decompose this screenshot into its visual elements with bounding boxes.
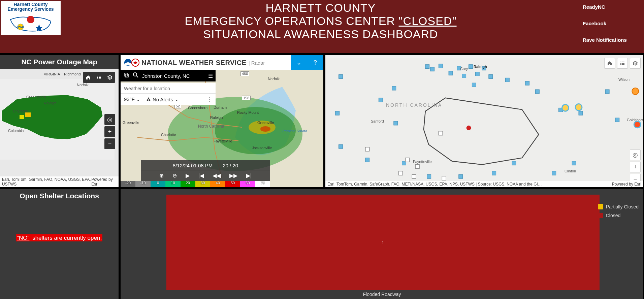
map-label: Norfolk [268,77,280,81]
bar-closed[interactable]: 1 [166,195,600,290]
svg-rect-64 [439,131,443,135]
home-button[interactable] [604,58,615,69]
svg-rect-9 [99,77,101,78]
svg-rect-23 [148,99,149,100]
svg-rect-54 [459,174,463,178]
map-label: Goldsboro [627,118,643,122]
svg-rect-50 [605,90,609,94]
svg-point-70 [575,104,582,111]
radar-color-scale: -20-10010203040506070 [121,181,270,187]
locate-button[interactable]: ◎ [630,150,641,160]
svg-rect-19 [124,73,127,76]
svg-rect-63 [412,174,416,178]
link-readync[interactable]: ReadyNC [583,4,641,10]
svg-rect-32 [394,121,398,125]
map-label: Raleigh [44,101,56,105]
svg-rect-57 [572,161,576,165]
layers-button[interactable] [104,72,115,83]
scale-segment: 20 [181,181,195,187]
svg-rect-29 [335,111,340,115]
road-status-chart: 1 Partially Closed Closed Flooded Roadwa… [121,189,643,299]
map-label: Fayetteville [413,160,432,164]
svg-rect-66 [399,171,403,175]
map-label: Wilson [618,77,630,81]
map-label: Charlotte [161,133,176,137]
map-label: Fayetteville [214,139,232,143]
zoom-in-icon[interactable]: ⊕ [159,172,164,179]
svg-rect-31 [392,86,396,90]
map-label: VIRGINIA [44,72,60,76]
scale-segment: 0 [151,181,165,187]
legend-partially-closed[interactable]: Partially Closed [598,204,639,209]
svg-rect-40 [469,65,473,69]
svg-rect-53 [492,171,496,175]
svg-rect-24 [148,100,149,101]
svg-line-22 [136,76,138,77]
legend-button[interactable] [617,58,628,69]
map-label: Charlotte [13,109,28,113]
svg-rect-30 [339,144,343,148]
search-icon[interactable] [133,72,139,79]
alerts-dropdown[interactable]: No Alerts ⌄ [146,96,179,102]
locate-button[interactable]: ◎ [104,114,115,125]
copy-icon[interactable] [123,72,129,79]
skip-back-icon[interactable]: |◀ [198,172,204,179]
map-label: Sanford [371,119,384,123]
map-label: Raleigh [474,65,487,69]
search-location-text[interactable]: Johnston County, NC [142,73,205,79]
svg-rect-60 [365,147,369,151]
svg-rect-11 [99,78,101,79]
legend-button[interactable] [94,72,104,83]
map-label: Cary [460,67,468,71]
hamburger-icon[interactable]: ☰ [208,73,213,79]
chart-legend: Partially Closed Closed [598,204,639,218]
power-outage-map[interactable]: VIRGINIA Richmond Norfolk Greensboro Ral… [0,69,119,187]
radar-playback-controls: ⊕ ⊖ ▶ |◀ ◀◀ ▶▶ ▶| [141,170,270,181]
legend-closed[interactable]: Closed [598,213,639,218]
zoom-in-button[interactable]: + [630,162,641,172]
svg-rect-37 [449,71,453,75]
nws-header: NATIONAL WEATHER SERVICE | Radar ⌄ ? [121,55,323,70]
rewind-icon[interactable]: ◀◀ [213,172,221,179]
svg-rect-43 [489,74,493,78]
zoom-out-button[interactable]: − [104,138,115,149]
help-button[interactable]: ? [307,55,323,70]
map-attribution: Esri, TomTom, Garmin, SafeGraph, FAO, ME… [325,181,643,187]
svg-rect-8 [97,77,98,78]
svg-rect-46 [525,81,529,85]
home-button[interactable] [83,72,94,83]
shelter-title: Open Shelter Locations [0,189,119,203]
svg-rect-51 [615,118,619,122]
scale-segment: 60 [240,181,255,187]
power-outage-panel: NC Power Outage Map VIRGINIA Richmond No… [0,55,119,187]
more-icon[interactable]: ⋮ [206,96,212,103]
skip-fwd-icon[interactable]: ▶| [246,172,252,179]
svg-rect-36 [439,64,443,68]
temperature-dropdown[interactable]: 93°F ⌄ [124,96,140,102]
dropdown-button[interactable]: ⌄ [291,55,307,70]
map-label: NORTH CAROLINA [386,102,442,108]
forward-icon[interactable]: ▶▶ [229,172,237,179]
map-label: Richmond [64,72,81,76]
scale-segment: 50 [225,181,240,187]
svg-rect-58 [365,158,369,162]
scale-segment: 40 [210,181,225,187]
zoom-in-button[interactable]: + [104,126,115,137]
svg-point-67 [632,88,639,95]
zoom-out-icon[interactable]: ⊖ [172,172,177,179]
route-shield: 158 [242,96,251,100]
map-label: Greensboro [188,106,207,110]
svg-point-69 [562,105,569,111]
svg-rect-39 [462,74,466,78]
timeline-frame: 20 / 20 [223,163,238,168]
weather-prompt[interactable]: Weather for a location [121,83,216,94]
map-label: Rocky Mount [237,110,259,114]
link-rave[interactable]: Rave Notifications [583,37,641,43]
layers-button[interactable] [630,58,641,69]
svg-point-0 [27,16,34,23]
svg-rect-4 [25,112,31,117]
play-icon[interactable]: ▶ [186,172,190,179]
scale-segment: 70 [255,181,270,187]
location-search-bar: Johnston County, NC ☰ [121,70,216,81]
link-facebook[interactable]: Facebook [583,21,641,26]
